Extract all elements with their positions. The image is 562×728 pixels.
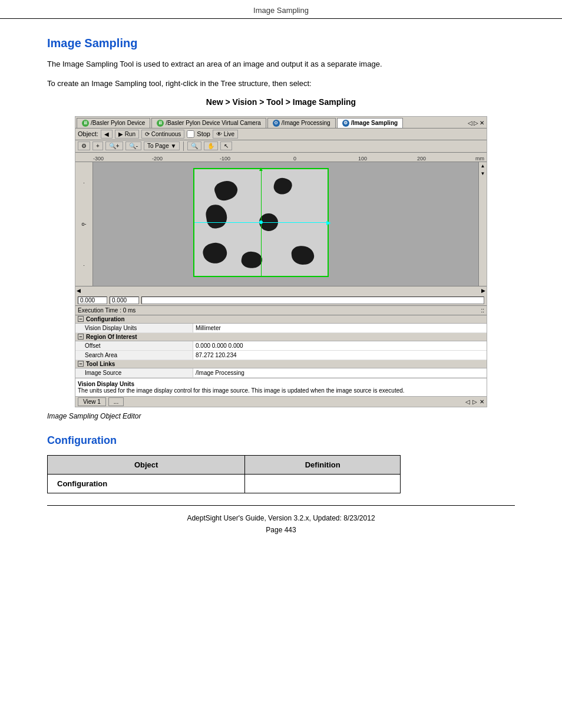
blob-7 (291, 245, 315, 265)
cursor-btn[interactable]: ↖ (220, 141, 232, 150)
view-tab-1[interactable]: View 1 (78, 397, 106, 406)
tab-label-basler: /Basler Pylon Device (91, 120, 145, 126)
stop-checkbox[interactable] (187, 130, 194, 138)
top-handle: ▲ (258, 166, 264, 172)
prop-row-image-source: Image Source /Image Processing (75, 368, 487, 378)
prop-section-configuration-label: Configuration (86, 316, 125, 322)
table-cell-definition (245, 474, 401, 493)
footer-line2: Page 443 (47, 526, 515, 534)
properties-grid: − Configuration Vision Display Units Mil… (75, 315, 487, 378)
ruler-bar: -300 -200 -100 0 100 200 mm (75, 153, 487, 162)
tab-virtual-camera[interactable]: 🖥 /Basler Pylon Device Virtual Camera (151, 118, 266, 128)
page-header: Image Sampling (0, 0, 562, 19)
live-button[interactable]: 👁 Live (213, 130, 238, 139)
prop-section-tool-links-label: Tool Links (86, 361, 115, 367)
intro-paragraph2: To create an Image Sampling tool, right-… (47, 78, 515, 90)
tab-nav-next[interactable]: ▷ (474, 120, 478, 126)
stop-label: Stop (197, 130, 210, 137)
zoom-toolbar: ⚙ + 🔍+ 🔍- To Page ▼ 🔍 ✋ ↖ (75, 140, 487, 153)
scroll-down-arrow[interactable]: ▼ (480, 170, 487, 177)
prop-row-vision-display: Vision Display Units Millimeter (75, 324, 487, 333)
table-cell-object: Configuration (48, 474, 245, 493)
view-tab-ellipsis[interactable]: ... (108, 397, 124, 406)
prop-section-roi: − Region Of Interest (75, 333, 487, 341)
prop-value-image-source: /Image Processing (193, 368, 487, 377)
prop-section-roi-label: Region Of Interest (86, 334, 137, 340)
back-button[interactable]: ◀ (101, 130, 113, 139)
object-label: Object: (78, 130, 98, 137)
prop-section-tool-links: − Tool Links (75, 360, 487, 368)
tab-nav-prev[interactable]: ◁ (468, 120, 472, 126)
section2-title: Configuration (47, 434, 515, 447)
collapse-tool-links[interactable]: − (78, 361, 84, 367)
tab-basler-pylon[interactable]: 🖥 /Basler Pylon Device (77, 118, 150, 128)
canvas-area: · o- · ▶ (75, 162, 487, 286)
horizontal-scrollbar[interactable]: ◀ ▶ (75, 286, 487, 295)
tab-label-imgsampling: /Image Sampling (351, 120, 398, 126)
intro-paragraph1: The Image Sampling Tool is used to extra… (47, 58, 515, 71)
view-nav-prev[interactable]: ◁ (465, 398, 470, 405)
ruler-mark-300: -300 (93, 156, 104, 162)
tab-label-imgproc: /Image Processing (282, 120, 330, 126)
tab-icon-basler: 🖥 (82, 120, 89, 127)
header-title: Image Sampling (253, 6, 309, 15)
prop-label-search-area: Search Area (75, 351, 193, 360)
blob-2 (272, 176, 293, 196)
v-ruler-mark-3: · (83, 262, 85, 268)
exec-bar-detail: :: (481, 307, 484, 314)
vertical-scrollbar[interactable]: ▲ ▼ (478, 162, 487, 286)
configuration-table: Object Definition Configuration (47, 455, 401, 493)
search-btn[interactable]: 🔍 (187, 141, 201, 150)
coord-slider[interactable] (141, 297, 484, 304)
zoom-in-btn[interactable]: 🔍+ (105, 141, 123, 150)
tab-icon-imgsampling: ⚙ (342, 120, 349, 127)
ruler-mark-0: 0 (293, 156, 296, 162)
h-scroll-right[interactable]: ▶ (480, 288, 487, 294)
view-nav: ◁ ▷ ✕ (465, 398, 484, 405)
coord-bar (75, 295, 487, 306)
footer-line1: AdeptSight User's Guide, Version 3.2.x, … (47, 514, 515, 522)
toolbar-separator (183, 141, 184, 151)
exec-time-label: Execution Time : 0 ms (78, 307, 135, 314)
view-close[interactable]: ✕ (480, 398, 484, 405)
ruler-unit: mm (475, 156, 484, 162)
prop-row-search-area: Search Area 87.272 120.234 (75, 351, 487, 360)
ruler-mark-100: 100 (358, 156, 367, 162)
scroll-up-arrow[interactable]: ▲ (480, 162, 487, 170)
tab-close[interactable]: ✕ (480, 120, 484, 126)
table-row: Configuration (48, 474, 401, 493)
settings-btn[interactable]: ⚙ (78, 141, 90, 150)
collapse-configuration[interactable]: − (78, 316, 84, 322)
tab-bar: 🖥 /Basler Pylon Device 🖥 /Basler Pylon D… (75, 117, 487, 129)
h-scroll-left[interactable]: ◀ (75, 288, 82, 294)
coord-x-input[interactable] (78, 297, 107, 304)
pan-btn[interactable]: ✋ (204, 141, 218, 150)
blob-3 (204, 203, 229, 229)
desc-title: Vision Display Units (78, 381, 484, 387)
right-handle: ▶ (326, 219, 331, 226)
command-text: New > Vision > Tool > Image Sampling (47, 97, 515, 107)
screenshot-caption: Image Sampling Object Editor (47, 412, 515, 420)
zoom-out-btn[interactable]: 🔍- (125, 141, 141, 150)
center-dot (259, 220, 263, 224)
view-nav-next[interactable]: ▷ (472, 398, 477, 405)
continuous-button[interactable]: ⟳ Continuous (141, 130, 184, 139)
tab-label-virtual: /Basler Pylon Device Virtual Camera (166, 120, 261, 126)
tab-image-sampling[interactable]: ⚙ /Image Sampling (337, 118, 403, 128)
coord-y-input[interactable] (110, 297, 139, 304)
v-ruler-mark-1: · (83, 180, 85, 186)
ruler-mark-200: -200 (152, 156, 163, 162)
prop-section-configuration: − Configuration (75, 315, 487, 324)
collapse-roi[interactable]: − (78, 334, 84, 340)
tab-image-processing[interactable]: ⚙ /Image Processing (267, 118, 336, 128)
v-ruler-mark-2: o- (81, 221, 86, 227)
view-tabs: View 1 ... (78, 397, 124, 406)
main-content: Image Sampling The Image Sampling Tool i… (0, 19, 562, 551)
ruler-mark-200: 200 (417, 156, 426, 162)
image-viewport: ▶ ▲ (193, 168, 329, 277)
vertical-ruler: · o- · (75, 162, 93, 286)
run-button[interactable]: ▶ Run (115, 130, 139, 139)
to-page-btn[interactable]: To Page ▼ (144, 141, 180, 150)
add-btn[interactable]: + (92, 141, 103, 150)
section-image-sampling: Image Sampling The Image Sampling Tool i… (47, 37, 515, 107)
